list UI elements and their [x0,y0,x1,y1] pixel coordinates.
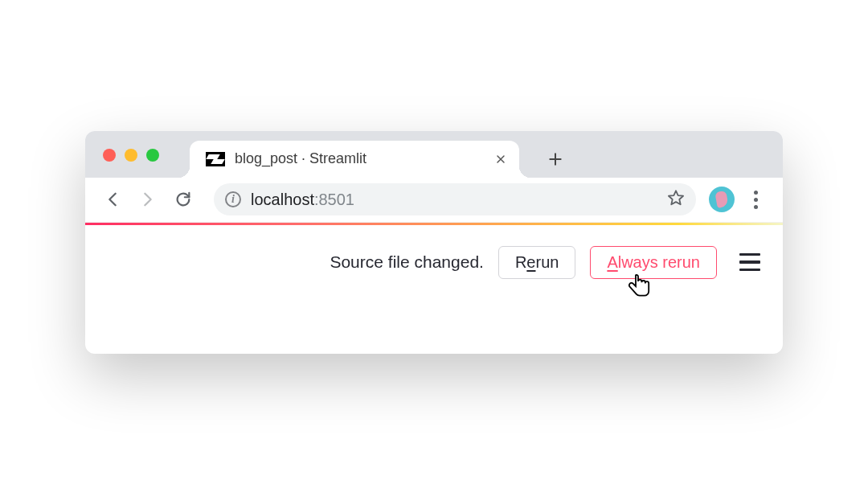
site-info-icon[interactable] [225,191,241,207]
rerun-label-key: e [526,253,535,271]
status-message: Source file changed. [330,252,483,272]
url-text: localhost:8501 [251,191,657,209]
app-menu-button[interactable] [739,253,760,272]
tab-title: blog_post · Streamlit [235,150,484,167]
app-content: Source file changed. Rerun Always rerun [85,225,783,354]
back-button[interactable] [98,185,127,214]
new-tab-button[interactable] [543,147,567,171]
maximize-window-button[interactable] [146,149,159,162]
url-host: localhost [251,191,314,208]
streamlit-favicon-icon [206,152,225,166]
browser-tab[interactable]: blog_post · Streamlit [190,141,519,178]
rerun-button[interactable]: Rerun [498,246,575,279]
reload-button[interactable] [169,185,198,214]
tab-bar: blog_post · Streamlit [85,131,783,178]
forward-button[interactable] [133,185,162,214]
browser-menu-button[interactable] [741,191,770,209]
rerun-label-pre: R [515,253,526,271]
minimize-window-button[interactable] [125,149,137,162]
always-rerun-label-post: lways rerun [618,253,700,271]
source-changed-toolbar: Source file changed. Rerun Always rerun [108,246,760,279]
window-controls [103,149,159,162]
bookmark-star-icon[interactable] [667,189,685,210]
close-tab-button[interactable] [493,152,508,166]
url-port: :8501 [314,191,354,208]
close-window-button[interactable] [103,149,116,162]
always-rerun-label-key: A [607,253,617,271]
address-bar[interactable]: localhost:8501 [214,183,696,215]
browser-toolbar: localhost:8501 [85,178,783,223]
always-rerun-button[interactable]: Always rerun [590,246,717,279]
browser-window: blog_post · Streamlit localhost:8501 [85,131,783,354]
profile-avatar[interactable] [709,187,735,212]
rerun-label-post: run [535,253,559,271]
